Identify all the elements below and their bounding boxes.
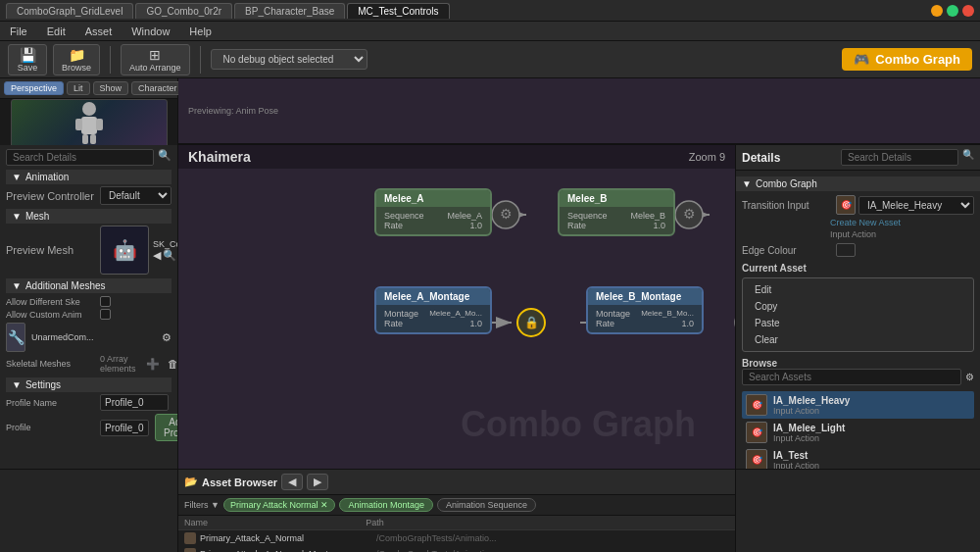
browse-search-input[interactable]: [742, 369, 961, 385]
asset-browser: 📂 Asset Browser ◀ ▶ Filters ▼ Primary At…: [0, 469, 980, 552]
ab-main: 📂 Asset Browser ◀ ▶ Filters ▼ Primary At…: [178, 470, 735, 552]
section-arrow-icon: ▼: [12, 172, 22, 182]
svg-point-15: [675, 201, 703, 228]
filter-remove-icon[interactable]: ✕: [320, 500, 328, 510]
mesh-section-header[interactable]: ▼ Mesh: [6, 209, 172, 224]
debug-object-select[interactable]: No debug object selected: [211, 49, 368, 70]
title-tab-2[interactable]: BP_Character_Base: [234, 3, 345, 19]
transition-input-select[interactable]: IA_Melee_Heavy: [858, 196, 974, 215]
remove-skeletal-icon[interactable]: 🗑: [168, 358, 177, 370]
auto-arrange-button[interactable]: ⊞ Auto Arrange: [121, 44, 190, 75]
menu-edit[interactable]: Edit: [743, 281, 973, 298]
preview-controller-select[interactable]: Default: [100, 186, 172, 205]
asset-icon-2: 🎯: [746, 449, 767, 471]
node-melee-b-header: Melee_B: [560, 190, 673, 207]
save-button[interactable]: 💾 Save: [8, 44, 47, 75]
menu-file[interactable]: File: [6, 25, 31, 37]
asset-item-0[interactable]: 🎯 IA_Melee_Heavy Input Action: [742, 391, 974, 419]
add-skeletal-icon[interactable]: ➕: [146, 358, 160, 371]
details-search-input[interactable]: [6, 149, 154, 166]
menu-paste[interactable]: Paste: [743, 315, 973, 331]
browse-button[interactable]: 📁 Browse: [53, 44, 100, 75]
filter-tab-sequence[interactable]: Animation Sequence: [437, 498, 536, 512]
svg-point-17: [517, 309, 545, 336]
profile-name-row: Profile Name: [6, 394, 172, 411]
show-button[interactable]: Show: [93, 81, 129, 95]
node-melee-a-montage[interactable]: Melee_A_Montage Montage Melee_A_Mo... Ra…: [374, 286, 492, 334]
node-melee-a[interactable]: Melee_A Sequence Melee_A Rate 1.0: [374, 188, 492, 236]
menu-edit[interactable]: Edit: [43, 25, 70, 37]
add-mesh-settings-icon[interactable]: ⚙: [162, 331, 172, 344]
node-melee-b-montage[interactable]: Melee_B_Montage Montage Melee_B_Mo... Ra…: [586, 286, 704, 334]
ab-row-icon-1: [184, 548, 196, 552]
filter-tag-0[interactable]: Primary Attack Normal ✕: [223, 498, 336, 512]
graph-canvas[interactable]: ⚙ ⚙ 🔒 ⚙ Melee_A Sequence Melee_A: [178, 169, 735, 465]
add-profile-button[interactable]: Add Profile: [155, 414, 177, 441]
profile-name-input[interactable]: [100, 394, 169, 411]
menu-help[interactable]: Help: [185, 25, 216, 37]
title-tab-0[interactable]: ComboGraph_GridLevel: [6, 3, 133, 19]
ab-row-1[interactable]: Primary_Attack_A_Normal_Montage /ComboGr…: [178, 546, 735, 552]
menu-asset[interactable]: Asset: [81, 25, 117, 37]
ab-title: Asset Browser: [202, 477, 277, 488]
browse-settings-icon[interactable]: ⚙: [965, 372, 974, 382]
ab-forward-button[interactable]: ▶: [307, 474, 328, 490]
preview-mesh-control: 🤖 SK_ComboGraphT... ◀ 🔍 🗑: [100, 226, 177, 275]
asset-icon-1: 🎯: [746, 422, 767, 443]
node-melee-b-montage-header: Melee_B_Montage: [588, 288, 702, 305]
svg-point-0: [82, 102, 96, 116]
allow-custom-anim-checkbox[interactable]: [100, 309, 111, 320]
maximize-button[interactable]: [947, 5, 958, 17]
allow-different-ske-checkbox[interactable]: [100, 296, 111, 307]
profile-input[interactable]: [100, 420, 149, 436]
additional-meshes-section-header[interactable]: ▼ Additional Meshes: [6, 278, 172, 293]
combo-graph-section-header[interactable]: ▼ Combo Graph: [736, 176, 980, 191]
edge-colour-swatch[interactable]: [836, 243, 856, 257]
ab-right-spacer: [735, 470, 980, 552]
node-melee-a-montage-body: Montage Melee_A_Mo... Rate 1.0: [376, 305, 490, 332]
perspective-button[interactable]: Perspective: [4, 81, 64, 95]
browse-search-row: ⚙: [742, 369, 974, 385]
settings-section-header[interactable]: ▼ Settings: [6, 377, 172, 392]
lit-button[interactable]: Lit: [67, 81, 90, 95]
current-asset-label: Current Asset: [742, 263, 974, 274]
filter-tab-montage[interactable]: Animation Montage: [339, 498, 433, 512]
details-search-input[interactable]: [841, 149, 958, 166]
create-new-asset-link[interactable]: Create New Asset: [830, 218, 974, 227]
mesh-section-arrow-icon: ▼: [12, 211, 22, 222]
mesh-back-icon[interactable]: ◀: [153, 249, 161, 262]
node-melee-a-header: Melee_A: [376, 190, 490, 207]
search-icon: 🔍: [158, 149, 172, 166]
title-tab-3[interactable]: MC_Test_Controls: [347, 3, 449, 19]
viewport-image: [11, 99, 168, 148]
menu-window[interactable]: Window: [127, 25, 173, 37]
viewport-row: Perspective Lit Show Character LOD Previ: [0, 78, 980, 145]
ab-table-header: Name Path: [178, 516, 735, 530]
node-melee-b[interactable]: Melee_B Sequence Melee_B Rate 1.0: [558, 188, 675, 236]
menu-clear[interactable]: Clear: [743, 331, 973, 348]
node-melee-a-body: Sequence Melee_A Rate 1.0: [376, 207, 490, 234]
ab-back-button[interactable]: ◀: [281, 474, 303, 490]
svg-rect-3: [96, 119, 103, 130]
asset-icon-0: 🎯: [746, 394, 767, 416]
skeletal-meshes-row: Skeletal Meshes 0 Array elements ➕ 🗑: [6, 354, 172, 374]
viewport-top-bar: Perspective Lit Show Character LOD: [0, 78, 177, 99]
transition-input-row: Transition Input 🎯 IA_Melee_Heavy: [742, 195, 974, 215]
node-melee-b-body: Sequence Melee_B Rate 1.0: [560, 207, 673, 234]
ab-row-0[interactable]: Primary_Attack_A_Normal /ComboGraphTests…: [178, 530, 735, 546]
close-button[interactable]: [962, 5, 974, 17]
preview-mesh-row: Preview Mesh 🤖 SK_ComboGraphT... ◀ 🔍 🗑: [6, 226, 172, 275]
animation-section-header[interactable]: ▼ Animation: [6, 170, 172, 184]
title-tab-1[interactable]: GO_Combo_0r2r: [135, 3, 232, 19]
additional-mesh-item-row: 🔧 UnarmedCom... ⚙: [6, 321, 172, 354]
graph-title: Khaimera: [188, 149, 251, 165]
ab-list: Primary_Attack_A_Normal /ComboGraphTests…: [178, 530, 735, 552]
add-mesh-arrow-icon: ▼: [12, 280, 22, 291]
character-button[interactable]: Character: [131, 81, 184, 95]
asset-item-1[interactable]: 🎯 IA_Melee_Light Input Action: [742, 419, 974, 446]
mesh-browse-icon[interactable]: 🔍: [163, 249, 176, 262]
svg-text:⚙: ⚙: [683, 206, 696, 222]
minimize-button[interactable]: [931, 5, 943, 17]
node-melee-b-montage-body: Montage Melee_B_Mo... Rate 1.0: [588, 305, 702, 332]
menu-copy[interactable]: Copy: [743, 298, 973, 315]
